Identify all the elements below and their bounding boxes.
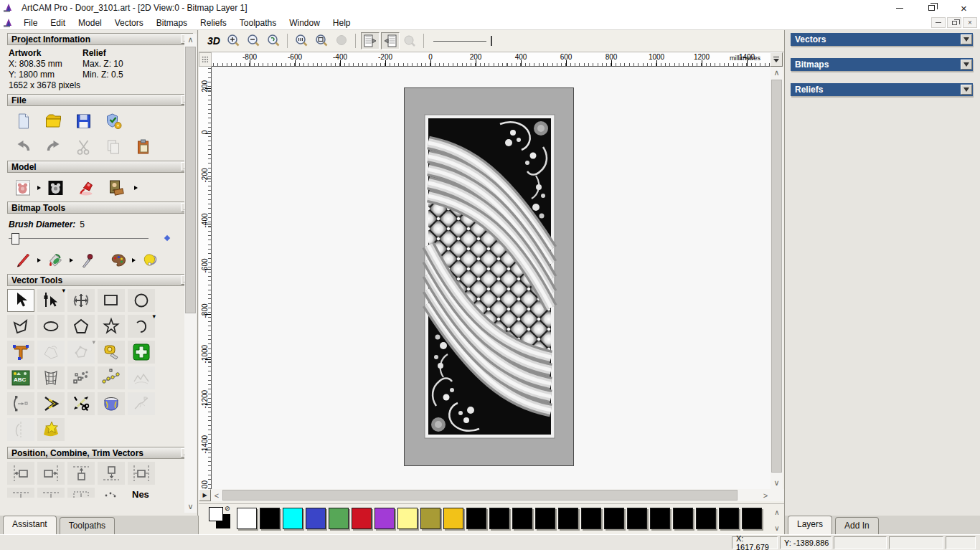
undo-icon[interactable] bbox=[10, 136, 36, 158]
load-texture-icon[interactable] bbox=[103, 177, 128, 199]
menu-vectors[interactable]: Vectors bbox=[108, 18, 150, 28]
brush-diameter-slider[interactable] bbox=[9, 232, 159, 245]
vectors-section-header[interactable]: Vectors bbox=[791, 33, 973, 46]
menu-window[interactable]: Window bbox=[283, 18, 326, 28]
tab-assistant[interactable]: Assistant bbox=[3, 516, 57, 534]
simulate-icon[interactable] bbox=[401, 32, 420, 49]
palette-swatch[interactable] bbox=[558, 508, 578, 529]
position-combine-header[interactable]: Position, Combine, Trim Vectors bbox=[7, 447, 193, 459]
arc-tool-icon[interactable]: ▾ bbox=[128, 315, 155, 338]
align-bottom-icon[interactable] bbox=[98, 462, 125, 485]
redo-icon[interactable] bbox=[40, 136, 66, 158]
expand-vectors-icon[interactable] bbox=[961, 34, 972, 44]
bitmap-tools-header[interactable]: Bitmap Tools bbox=[7, 201, 193, 214]
palette-swatch[interactable] bbox=[374, 508, 395, 529]
zoom-1to1-icon[interactable] bbox=[293, 32, 311, 49]
align-right-icon[interactable] bbox=[37, 462, 65, 485]
copy-icon[interactable] bbox=[100, 136, 126, 158]
minimize-button[interactable] bbox=[883, 0, 915, 16]
flyout-arrow-icon[interactable] bbox=[134, 186, 138, 190]
verify-model-icon[interactable] bbox=[100, 110, 126, 132]
drawing-viewport[interactable] bbox=[212, 67, 771, 489]
polygon-tool-icon[interactable] bbox=[67, 315, 95, 338]
palette-swatch[interactable] bbox=[352, 508, 372, 529]
palette-swatch[interactable] bbox=[673, 508, 693, 529]
vector-tools-header[interactable]: Vector Tools bbox=[7, 274, 193, 286]
palette-swatch[interactable] bbox=[237, 508, 257, 529]
flyout-arrow-icon[interactable] bbox=[132, 258, 136, 262]
palette-swatch[interactable] bbox=[604, 508, 624, 529]
toggle-vector-visibility-icon[interactable] bbox=[381, 32, 400, 49]
scroll-up-icon[interactable]: ∧ bbox=[771, 67, 783, 79]
palette-swatch[interactable] bbox=[283, 508, 303, 529]
scroll-down-icon[interactable]: ∨ bbox=[184, 501, 197, 513]
zoom-in-icon[interactable] bbox=[225, 32, 243, 49]
polyline-tool-icon[interactable] bbox=[7, 315, 34, 338]
door-relief-artwork[interactable] bbox=[404, 87, 574, 466]
circle-tool-icon[interactable] bbox=[128, 289, 155, 312]
tab-add-in[interactable]: Add In bbox=[835, 517, 879, 534]
align-centre-icon[interactable] bbox=[128, 462, 155, 485]
expand-bitmaps-icon[interactable] bbox=[961, 60, 972, 70]
envelope-distort-icon[interactable]: ▾ bbox=[67, 341, 95, 364]
mdi-close-button[interactable]: × bbox=[963, 17, 977, 28]
palette-swatch[interactable] bbox=[581, 508, 601, 529]
zoom-object-icon[interactable] bbox=[333, 32, 352, 49]
text-tool-icon[interactable] bbox=[7, 341, 34, 364]
menu-model[interactable]: Model bbox=[72, 18, 108, 28]
palette-swatch[interactable] bbox=[696, 508, 716, 529]
free-relief-icon[interactable] bbox=[128, 366, 155, 389]
scroll-up-icon[interactable]: ∧ bbox=[184, 34, 197, 46]
paste-cross-icon[interactable] bbox=[128, 341, 155, 364]
palette-swatch[interactable] bbox=[466, 508, 486, 529]
ruler-origin-button[interactable] bbox=[199, 52, 212, 67]
nesting-icon[interactable]: Nes bbox=[132, 489, 149, 498]
wrap-star-icon[interactable] bbox=[37, 418, 65, 441]
close-button[interactable]: × bbox=[948, 0, 980, 16]
align-top-icon[interactable] bbox=[67, 462, 95, 485]
envelope-icon[interactable] bbox=[37, 341, 65, 364]
flood-fill-icon[interactable] bbox=[42, 250, 68, 271]
palette-swatch[interactable] bbox=[650, 508, 670, 529]
distort-grid-icon[interactable] bbox=[37, 366, 65, 389]
node-curve-icon[interactable] bbox=[7, 392, 34, 415]
menu-help[interactable]: Help bbox=[326, 18, 357, 28]
mdi-restore-button[interactable] bbox=[947, 17, 961, 28]
palette-swatch[interactable] bbox=[329, 508, 349, 529]
palette-swatch[interactable] bbox=[443, 508, 463, 529]
expand-reliefs-icon[interactable] bbox=[961, 85, 972, 95]
scrollbar-thumb[interactable] bbox=[222, 490, 738, 501]
reliefs-section-header[interactable]: Reliefs bbox=[791, 83, 973, 96]
mirror-profile-icon[interactable] bbox=[7, 418, 34, 441]
eraser-icon[interactable] bbox=[137, 250, 163, 271]
file-section-header[interactable]: File bbox=[7, 94, 193, 106]
paste-icon[interactable] bbox=[131, 136, 156, 158]
invert-model-icon[interactable] bbox=[42, 177, 68, 199]
paint-brush-icon[interactable] bbox=[10, 250, 36, 271]
scrollbar-thumb[interactable] bbox=[771, 80, 782, 473]
node-edit-icon[interactable]: ▾ bbox=[37, 289, 65, 312]
palette-swatch[interactable] bbox=[719, 508, 739, 529]
lighting-icon[interactable] bbox=[72, 177, 98, 199]
scroll-right-icon[interactable]: > bbox=[760, 489, 771, 501]
pane-split-button[interactable]: ▶ bbox=[199, 489, 211, 501]
flyout-arrow-icon[interactable] bbox=[37, 186, 41, 190]
slider-handle[interactable] bbox=[11, 233, 19, 245]
model-section-header[interactable]: Model bbox=[7, 161, 193, 173]
offset-vector-icon[interactable] bbox=[37, 392, 65, 415]
colour-picker-icon[interactable] bbox=[75, 250, 100, 271]
rectangle-tool-icon[interactable] bbox=[98, 289, 125, 312]
zoom-previous-icon[interactable] bbox=[265, 32, 283, 49]
ruler-units-dropdown[interactable] bbox=[770, 52, 783, 67]
slider-handle[interactable] bbox=[491, 36, 492, 46]
menu-bitmaps[interactable]: Bitmaps bbox=[150, 18, 194, 28]
cut-icon[interactable] bbox=[70, 136, 96, 158]
palette-swatch[interactable] bbox=[627, 508, 647, 529]
text-on-curve-icon[interactable]: ABC bbox=[7, 366, 34, 389]
palette-swatch[interactable] bbox=[260, 508, 280, 529]
zoom-out-icon[interactable] bbox=[245, 32, 263, 49]
tab-layers[interactable]: Layers bbox=[788, 516, 832, 534]
palette-swatch[interactable] bbox=[420, 508, 440, 529]
new-model-icon[interactable] bbox=[10, 110, 36, 132]
vertical-scrollbar[interactable]: ∧ ∨ bbox=[771, 67, 783, 489]
